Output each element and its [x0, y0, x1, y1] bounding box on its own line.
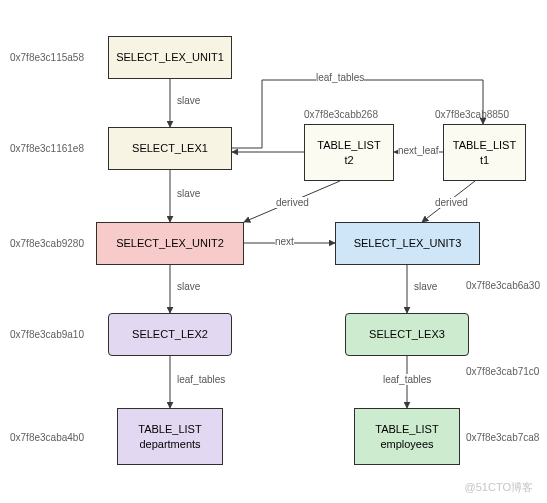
node-lex3: SELECT_LEX3	[345, 313, 469, 356]
edge-label-slave: slave	[177, 281, 200, 292]
edge-label-derived: derived	[276, 197, 309, 208]
node-lex2: SELECT_LEX2	[108, 313, 232, 356]
edge-label-leaf-tables: leaf_tables	[383, 374, 431, 385]
node-tl-dep: TABLE_LIST departments	[117, 408, 223, 465]
edge-label-next: next	[275, 236, 294, 247]
node-label: TABLE_LIST	[453, 138, 516, 152]
node-unit3: SELECT_LEX_UNIT3	[335, 222, 480, 265]
node-label: SELECT_LEX_UNIT3	[354, 236, 462, 250]
addr-lex3: 0x7f8e3cab71c0	[466, 366, 539, 377]
node-label: TABLE_LIST	[317, 138, 380, 152]
edge-label-slave: slave	[177, 188, 200, 199]
addr-unit2: 0x7f8e3cab9280	[10, 238, 84, 249]
node-label: SELECT_LEX_UNIT1	[116, 50, 224, 64]
node-sublabel: departments	[139, 437, 200, 451]
addr-lex1: 0x7f8e3c1161e8	[10, 143, 84, 154]
addr-unit1: 0x7f8e3c115a58	[10, 52, 84, 63]
node-tl-emp: TABLE_LIST employees	[354, 408, 460, 465]
addr-tl-t1: 0x7f8e3cab8850	[435, 109, 509, 120]
edge-label-next-leaf: next_leaf	[398, 145, 439, 156]
addr-unit3: 0x7f8e3cab6a30	[466, 280, 540, 291]
node-tl-t1: TABLE_LIST t1	[443, 124, 526, 181]
edge-label-slave: slave	[177, 95, 200, 106]
edge-label-slave: slave	[414, 281, 437, 292]
addr-tl-dep: 0x7f8e3caba4b0	[10, 432, 84, 443]
addr-tl-emp: 0x7f8e3cab7ca8	[466, 432, 539, 443]
watermark: @51CTO博客	[465, 480, 533, 495]
addr-tl-t2: 0x7f8e3cabb268	[304, 109, 378, 120]
edge-label-leaf-tables: leaf_tables	[177, 374, 225, 385]
node-label: SELECT_LEX3	[369, 327, 445, 341]
node-sublabel: employees	[380, 437, 433, 451]
node-label: SELECT_LEX2	[132, 327, 208, 341]
node-label: SELECT_LEX1	[132, 141, 208, 155]
node-tl-t2: TABLE_LIST t2	[304, 124, 394, 181]
node-label: TABLE_LIST	[138, 422, 201, 436]
node-label: TABLE_LIST	[375, 422, 438, 436]
node-lex1: SELECT_LEX1	[108, 127, 232, 170]
addr-lex2: 0x7f8e3cab9a10	[10, 329, 84, 340]
edge-label-derived: derived	[435, 197, 468, 208]
edge-label-leaf-tables: leaf_tables	[316, 72, 364, 83]
node-unit2: SELECT_LEX_UNIT2	[96, 222, 244, 265]
node-unit1: SELECT_LEX_UNIT1	[108, 36, 232, 79]
node-sublabel: t2	[344, 153, 353, 167]
node-label: SELECT_LEX_UNIT2	[116, 236, 224, 250]
node-sublabel: t1	[480, 153, 489, 167]
